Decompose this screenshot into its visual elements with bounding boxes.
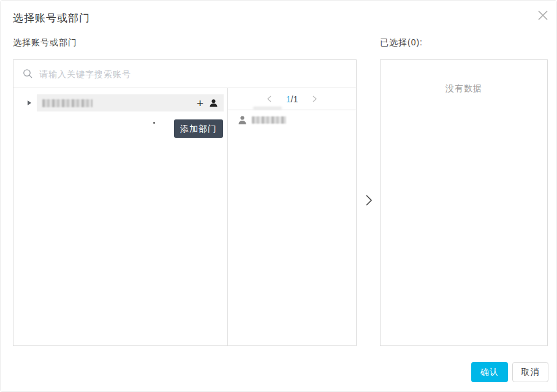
redacted-department-name [42, 99, 93, 107]
cancel-button[interactable]: 取消 [512, 362, 548, 382]
tree-node-department[interactable]: + [37, 94, 224, 111]
empty-text: 没有数据 [381, 83, 547, 94]
select-account-dialog: { "dialog": { "title": "选择账号或部门", "sourc… [0, 0, 557, 392]
transfer-right-icon[interactable] [363, 194, 374, 209]
source-section-label: 选择账号或部门 [13, 37, 77, 48]
page-current: 1 [286, 94, 291, 104]
pagination: 1/1 [228, 88, 356, 110]
confirm-button[interactable]: 确认 [471, 362, 508, 382]
search-icon [23, 69, 33, 79]
prev-page-icon[interactable] [266, 95, 273, 103]
add-department-icon[interactable]: + [197, 97, 203, 109]
member-row[interactable] [238, 115, 286, 125]
department-tree: + 添加部门 [13, 88, 227, 345]
search-bar [13, 60, 356, 88]
member-icon[interactable] [209, 99, 218, 108]
redacted-member-name [252, 116, 286, 124]
tree-row[interactable]: + [13, 94, 224, 111]
page-indicator: 1/1 [286, 94, 298, 104]
selected-panel: 没有数据 [380, 59, 548, 346]
search-input[interactable] [39, 60, 356, 88]
close-icon [537, 9, 549, 24]
redaction-smudge [253, 107, 282, 110]
next-page-icon[interactable] [311, 95, 318, 103]
account-picker-panel: + 添加部门 1/1 [13, 59, 357, 346]
close-button[interactable] [535, 9, 551, 24]
dialog-title: 选择账号或部门 [13, 11, 90, 25]
caret-right-icon[interactable] [28, 100, 31, 105]
person-icon [238, 115, 247, 125]
selected-section-label: 已选择(0): [380, 37, 423, 48]
add-department-tooltip: 添加部门 [174, 119, 223, 138]
page-total: 1 [293, 94, 298, 104]
member-list-panel: 1/1 [227, 88, 356, 345]
cursor-dot [153, 122, 155, 124]
